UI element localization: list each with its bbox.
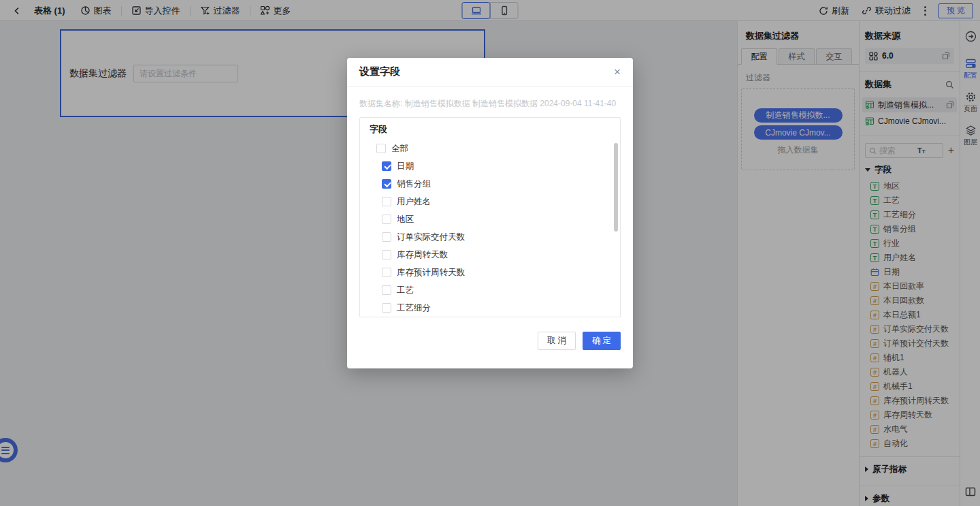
modal-title: 设置字段 [359,65,400,78]
checkbox-unchecked[interactable] [382,303,391,313]
modal-field-row[interactable]: 地区 [370,210,610,228]
modal-field-label: 工艺 [397,285,414,296]
checkbox-unchecked[interactable] [382,197,391,206]
modal-field-label: 库存周转天数 [397,249,448,261]
modal-footer: 取消 确定 [347,317,633,350]
modal-field-label: 日期 [397,161,414,172]
modal-field-label: 销售分组 [397,178,431,190]
dataset-info-text: 数据集名称: 制造销售模拟数据 制造销售模拟数据 2024-09-04 11-4… [347,86,633,110]
modal-header: 设置字段 × [347,58,633,86]
cancel-button[interactable]: 取消 [538,332,576,350]
close-icon[interactable]: × [614,66,621,78]
modal-field-row[interactable]: 日期 [370,157,610,175]
app-window: 表格 (1) 图表 导入控件 过滤器 更多 [0,0,980,506]
checkbox-unchecked[interactable] [382,215,391,224]
field-checkbox-listbox: 字段 全部 日期销售分组用户姓名地区订单实际交付天数库存周转天数库存预计周转天数… [359,117,621,317]
checkbox-unchecked[interactable] [382,268,391,277]
confirm-button[interactable]: 确定 [583,332,621,350]
modal-field-row[interactable]: 用户姓名 [370,193,610,210]
checkbox-checked[interactable] [382,179,391,189]
modal-field-row[interactable]: 工艺细分 [370,299,610,317]
select-all-row[interactable]: 全部 [370,140,610,157]
modal-field-row[interactable]: 订单实际交付天数 [370,228,610,246]
modal-field-row[interactable]: 工艺 [370,281,610,299]
modal-field-list: 日期销售分组用户姓名地区订单实际交付天数库存周转天数库存预计周转天数工艺工艺细分… [370,157,610,317]
checkbox-checked[interactable] [382,161,391,171]
checkbox-unchecked[interactable] [376,144,386,153]
scrollbar-thumb[interactable] [614,143,618,232]
select-all-label: 全部 [391,143,408,155]
modal-field-row[interactable]: 库存预计周转天数 [370,264,610,281]
field-group-label: 字段 [370,123,610,136]
modal-field-row[interactable]: 库存周转天数 [370,246,610,264]
checkbox-unchecked[interactable] [382,232,391,242]
modal-field-label: 订单实际交付天数 [397,232,465,243]
modal-field-label: 用户姓名 [397,196,431,208]
checkbox-unchecked[interactable] [382,250,391,259]
set-fields-modal: 设置字段 × 数据集名称: 制造销售模拟数据 制造销售模拟数据 2024-09-… [347,58,633,368]
modal-field-row[interactable]: 行业 [370,317,610,317]
modal-field-label: 工艺细分 [397,302,431,314]
checkbox-unchecked[interactable] [382,285,391,295]
modal-field-label: 库存预计周转天数 [397,267,465,279]
modal-field-row[interactable]: 销售分组 [370,175,610,193]
modal-field-label: 地区 [397,214,414,225]
